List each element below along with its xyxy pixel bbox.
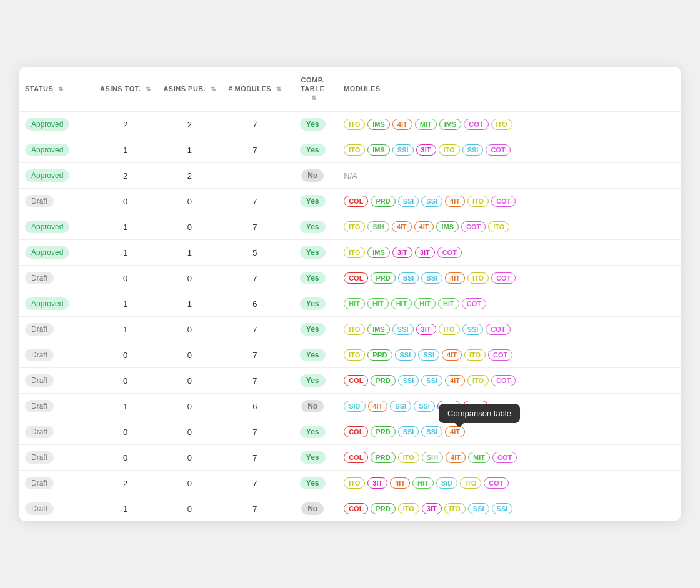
module-tag[interactable]: PRD <box>371 196 395 207</box>
module-tag[interactable]: 3IT <box>422 503 442 514</box>
module-tag[interactable]: SIH <box>422 452 443 463</box>
header-modules-n[interactable]: # MODULES ⇅ <box>222 67 288 112</box>
module-tag[interactable]: ITO <box>344 119 365 130</box>
module-tag[interactable]: ITO <box>444 503 466 514</box>
module-tag[interactable]: COL <box>344 375 368 386</box>
module-tag[interactable]: 4IT <box>445 272 465 284</box>
module-tag[interactable]: 4IT <box>414 221 434 232</box>
module-tag[interactable]: SSI <box>418 349 439 361</box>
module-tag[interactable]: PRD <box>368 349 392 361</box>
module-tag[interactable]: ITO <box>344 477 365 489</box>
module-tag[interactable]: ITO <box>491 119 512 130</box>
module-tag[interactable]: COT <box>488 349 512 361</box>
module-tag[interactable]: SSI <box>414 401 435 412</box>
module-tag[interactable]: SSI <box>462 324 484 335</box>
module-tag[interactable]: 3IT <box>368 477 388 489</box>
module-tag[interactable]: COT <box>461 221 486 232</box>
module-tag[interactable]: COT <box>462 298 486 309</box>
module-tag[interactable]: ITO <box>344 324 365 335</box>
module-tag[interactable]: SSI <box>398 426 419 437</box>
module-tag[interactable]: HIT <box>414 298 436 309</box>
module-tag[interactable]: 3IT <box>392 247 412 258</box>
module-tag[interactable]: TES <box>438 401 461 412</box>
module-tag[interactable]: IMS <box>368 144 390 156</box>
module-tag[interactable]: HIT <box>368 298 389 309</box>
module-tag[interactable]: HIT <box>344 298 365 309</box>
module-tag[interactable]: SSI <box>468 503 489 514</box>
module-tag[interactable]: ITO <box>468 196 489 207</box>
module-tag[interactable]: 4IT <box>392 119 412 130</box>
module-tag[interactable]: MIT <box>415 119 437 130</box>
module-tag[interactable]: IMS <box>368 119 390 130</box>
header-asins-tot[interactable]: ASINS TOT. ⇅ <box>94 67 157 112</box>
module-tag[interactable]: ITO <box>460 477 481 489</box>
module-tag[interactable]: 4IT <box>446 452 466 463</box>
module-tag[interactable]: SSI <box>392 144 414 156</box>
module-tag[interactable]: COL <box>344 196 368 207</box>
module-tag[interactable]: COL <box>344 452 368 463</box>
module-tag[interactable]: ITO <box>464 349 486 361</box>
module-tag[interactable]: SSI <box>421 375 442 386</box>
module-tag[interactable]: ITO <box>398 452 419 463</box>
header-asins-pub[interactable]: ASINS PUB. ⇅ <box>157 67 222 112</box>
module-tag[interactable]: ITO <box>488 221 509 232</box>
module-tag[interactable]: SSI <box>390 401 411 412</box>
module-tag[interactable]: ITO <box>344 247 365 258</box>
module-tag[interactable]: ITO <box>398 503 419 514</box>
module-tag[interactable]: HIT <box>391 298 412 309</box>
module-tag[interactable]: 4IT <box>442 349 462 361</box>
module-tag[interactable]: SSI <box>421 272 442 284</box>
module-tag[interactable]: 3IT <box>416 144 436 156</box>
module-tag[interactable]: COT <box>492 452 517 463</box>
module-tag[interactable]: 4IT <box>390 477 410 489</box>
module-tag[interactable]: SSI <box>392 324 414 335</box>
module-tag[interactable]: SSI <box>462 144 484 156</box>
module-tag[interactable]: MIT <box>468 452 490 463</box>
module-tag[interactable]: COT <box>438 247 462 258</box>
module-tag[interactable]: COL <box>344 426 368 437</box>
module-tag[interactable]: COL <box>463 401 488 412</box>
module-tag[interactable]: SSI <box>395 349 416 361</box>
module-tag[interactable]: SSI <box>398 375 419 386</box>
module-tag[interactable]: 3IT <box>415 247 435 258</box>
module-tag[interactable]: SSI <box>421 196 442 207</box>
module-tag[interactable]: PRD <box>371 452 395 463</box>
module-tag[interactable]: COT <box>491 375 516 386</box>
header-status[interactable]: STATUS ⇅ <box>19 67 94 112</box>
module-tag[interactable]: PRD <box>371 426 395 437</box>
module-tag[interactable]: COL <box>344 503 368 514</box>
module-tag[interactable]: HIT <box>438 298 459 309</box>
module-tag[interactable]: PRD <box>371 272 395 284</box>
module-tag[interactable]: COT <box>464 119 488 130</box>
module-tag[interactable]: SSI <box>398 272 419 284</box>
module-tag[interactable]: HIT <box>412 477 434 489</box>
module-tag[interactable]: COT <box>491 272 516 284</box>
module-tag[interactable]: SSI <box>492 503 513 514</box>
module-tag[interactable]: SSI <box>421 426 442 437</box>
module-tag[interactable]: 4IT <box>445 196 465 207</box>
module-tag[interactable]: COT <box>491 196 516 207</box>
module-tag[interactable]: 4IT <box>445 426 465 437</box>
module-tag[interactable]: SIH <box>368 221 389 232</box>
module-tag[interactable]: COL <box>344 272 368 284</box>
module-tag[interactable]: SID <box>436 477 458 489</box>
module-tag[interactable]: ITO <box>468 272 489 284</box>
module-tag[interactable]: 3IT <box>416 324 436 335</box>
module-tag[interactable]: IMS <box>439 119 462 130</box>
module-tag[interactable]: ITO <box>468 375 489 386</box>
module-tag[interactable]: COT <box>484 477 508 489</box>
module-tag[interactable]: SID <box>344 401 365 412</box>
header-comp-table[interactable]: COMP. TABLE ⇅ <box>288 67 338 112</box>
module-tag[interactable]: COT <box>486 144 510 156</box>
module-tag[interactable]: IMS <box>368 247 390 258</box>
module-tag[interactable]: ITO <box>344 221 365 232</box>
module-tag[interactable]: PRD <box>371 375 395 386</box>
module-tag[interactable]: IMS <box>436 221 459 232</box>
module-tag[interactable]: 4IT <box>445 375 465 386</box>
module-tag[interactable]: 4IT <box>392 221 412 232</box>
module-tag[interactable]: ITO <box>439 324 460 335</box>
module-tag[interactable]: COT <box>486 324 510 335</box>
module-tag[interactable]: IMS <box>368 324 390 335</box>
module-tag[interactable]: SSI <box>398 196 419 207</box>
module-tag[interactable]: 4IT <box>368 401 388 412</box>
